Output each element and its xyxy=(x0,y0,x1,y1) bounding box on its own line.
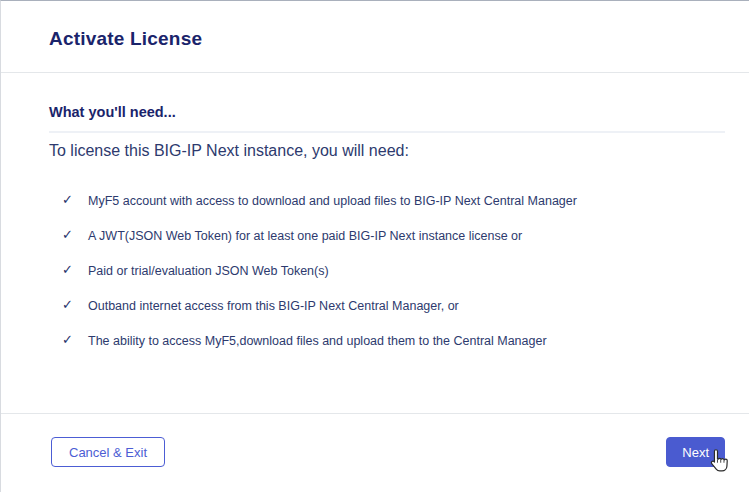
list-item-text: A JWT(JSON Web Token) for at least one p… xyxy=(88,229,522,243)
check-icon: ✓ xyxy=(62,298,76,312)
requirements-checklist: ✓ MyF5 account with access to download a… xyxy=(49,194,725,348)
dialog-footer: Cancel & Exit Next xyxy=(1,413,749,492)
list-item-text: Outband internet access from this BIG-IP… xyxy=(88,299,459,313)
next-button[interactable]: Next xyxy=(666,437,725,467)
activate-license-dialog: Activate License What you'll need... To … xyxy=(1,1,749,492)
check-icon: ✓ xyxy=(62,263,76,277)
list-item-text: MyF5 account with access to download and… xyxy=(88,194,577,208)
check-icon: ✓ xyxy=(62,333,76,347)
check-icon: ✓ xyxy=(62,228,76,242)
dialog-body: What you'll need... To license this BIG-… xyxy=(1,73,749,413)
intro-text: To license this BIG-IP Next instance, yo… xyxy=(49,142,725,160)
list-item: ✓ MyF5 account with access to download a… xyxy=(49,194,725,208)
list-item: ✓ A JWT(JSON Web Token) for at least one… xyxy=(49,229,725,243)
section-divider xyxy=(49,131,725,133)
check-icon: ✓ xyxy=(62,193,76,207)
list-item-text: The ability to access MyF5,download file… xyxy=(88,334,547,348)
list-item-text: Paid or trial/evaluation JSON Web Token(… xyxy=(88,264,329,278)
cancel-exit-button[interactable]: Cancel & Exit xyxy=(51,437,165,467)
list-item: ✓ The ability to access MyF5,download fi… xyxy=(49,334,725,348)
page-title: Activate License xyxy=(49,28,725,50)
section-heading: What you'll need... xyxy=(49,104,725,120)
list-item: ✓ Paid or trial/evaluation JSON Web Toke… xyxy=(49,264,725,278)
list-item: ✓ Outband internet access from this BIG-… xyxy=(49,299,725,313)
dialog-header: Activate License xyxy=(1,1,749,73)
